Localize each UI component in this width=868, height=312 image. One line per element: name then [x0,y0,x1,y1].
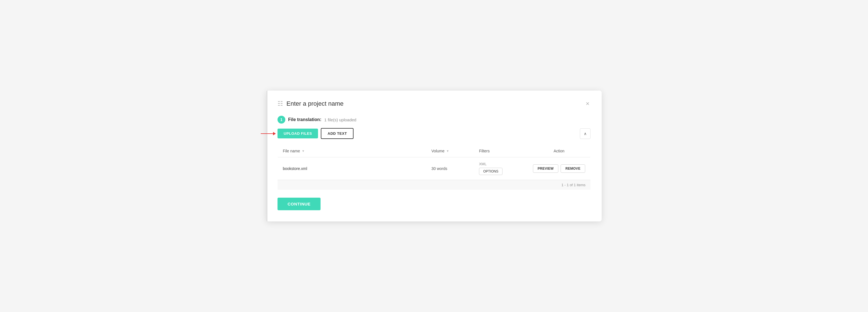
remove-button[interactable]: REMOVE [561,164,585,173]
cell-filename: bookstore.xml [278,157,427,180]
cell-action: PREVIEW REMOVE [528,157,590,180]
volume-filter-icon[interactable]: ▼ [446,149,449,153]
cell-volume: 30 words [427,157,474,180]
table-header-row: File name ▼ Volume ▼ Filters [278,145,590,157]
continue-button[interactable]: CONTINUE [278,198,320,210]
step-badge: 1 [278,116,285,124]
step-header: 1 File translation: 1 file(s) uploaded [278,116,590,124]
continue-section: CONTINUE [278,198,590,210]
upload-files-button[interactable]: UPLOAD FILES [278,129,318,138]
options-button[interactable]: OPTIONS [479,168,502,175]
col-header-action: Action [528,145,590,157]
step-label: File translation: [288,117,321,122]
arrow-indicator [261,132,276,135]
modal-title-wrap: ☷ Enter a project name [278,100,343,107]
close-button[interactable]: × [585,99,590,108]
add-text-button[interactable]: ADD TEXT [321,128,353,139]
cell-filters: XML OPTIONS [474,157,528,180]
left-border-decoration [266,91,268,221]
collapse-button[interactable]: ∧ [580,128,590,139]
col-header-filename: File name ▼ [278,145,427,157]
file-table-wrap: File name ▼ Volume ▼ Filters [278,145,590,190]
arrow-line [261,133,273,134]
filter-tag: XML [479,162,487,166]
col-header-volume: Volume ▼ [427,145,474,157]
table-footer: 1 - 1 of 1 items [278,180,590,190]
preview-button[interactable]: PREVIEW [533,164,558,173]
modal-header: ☷ Enter a project name × [278,99,590,108]
modal-title: Enter a project name [286,100,343,107]
filename-filter-icon[interactable]: ▼ [302,149,305,153]
col-header-filters: Filters [474,145,528,157]
file-table: File name ▼ Volume ▼ Filters [278,145,590,180]
table-row: bookstore.xml 30 words XML OPTIONS PREVI… [278,157,590,180]
modal-header-icon: ☷ [278,100,283,107]
step-sublabel: 1 file(s) uploaded [324,117,356,122]
arrow-head [273,132,276,135]
action-bar: UPLOAD FILES ADD TEXT ∧ [278,128,590,139]
project-modal: ☷ Enter a project name × 1 File translat… [266,91,602,221]
